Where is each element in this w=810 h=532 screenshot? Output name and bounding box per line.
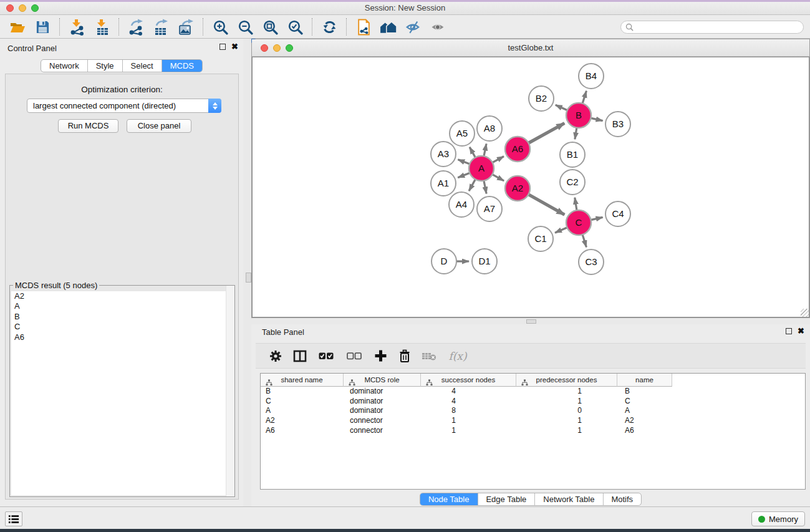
node-B3[interactable]: B3 (605, 112, 630, 137)
float-panel-icon[interactable] (219, 44, 226, 50)
column-header-mcds-role[interactable]: MCDS role (344, 374, 421, 387)
search-input[interactable] (636, 22, 803, 32)
export-network-button[interactable] (123, 17, 148, 37)
import-network-button[interactable] (64, 17, 89, 37)
table-row-a[interactable]: Adominator80A (261, 406, 805, 416)
zoom-in-button[interactable] (208, 17, 233, 37)
table-row-c[interactable]: Cdominator41C (261, 397, 805, 407)
edge-C-C2[interactable] (575, 198, 577, 211)
node-B[interactable]: B (566, 103, 591, 128)
node-A[interactable]: A (469, 156, 494, 181)
column-header-predecessor-nodes[interactable]: predecessor nodes (516, 374, 617, 387)
refresh-layout-button[interactable] (317, 17, 342, 37)
node-A4[interactable]: A4 (449, 192, 474, 217)
edge-B-B3[interactable] (591, 118, 603, 120)
tab-network-table[interactable]: Network Table (535, 493, 603, 505)
tab-mcds[interactable]: MCDS (162, 60, 202, 72)
node-A8[interactable]: A8 (477, 116, 502, 141)
table-row-a6[interactable]: A6connector11A6 (261, 426, 805, 436)
edge-A-A4[interactable] (469, 180, 475, 191)
node-B4[interactable]: B4 (579, 64, 604, 89)
node-B1[interactable]: B1 (560, 142, 585, 167)
node-C4[interactable]: C4 (605, 201, 630, 226)
edge-A-A6[interactable] (493, 157, 504, 163)
network-canvas[interactable]: B4B2BB3A8A5A6B1A3AC2A1A2A4A7C4CC1C3DD1 (252, 57, 809, 317)
result-item-a2[interactable]: A2 (11, 291, 233, 301)
splitter-toggle-bottom[interactable] (526, 319, 536, 324)
run-mcds-button[interactable]: Run MCDS (58, 119, 118, 133)
splitter-toggle-left[interactable] (246, 273, 251, 283)
edge-A-A3[interactable] (458, 160, 470, 164)
edge-B-B4[interactable] (582, 91, 586, 104)
table-row-a2[interactable]: A2connector11A2 (261, 416, 805, 426)
hide-eye-button[interactable] (401, 17, 426, 37)
result-item-b[interactable]: B (11, 312, 233, 322)
node-A1[interactable]: A1 (431, 171, 456, 196)
function-builder-button[interactable]: f(x) (446, 349, 470, 364)
edge-A-A8[interactable] (484, 143, 486, 156)
zoom-out-button[interactable] (233, 17, 258, 37)
tab-network[interactable]: Network (41, 60, 88, 72)
node-D[interactable]: D (432, 249, 456, 274)
node-A3[interactable]: A3 (431, 142, 456, 167)
close-table-panel-icon[interactable]: ✖ (798, 327, 804, 335)
edge-C-C3[interactable] (582, 235, 586, 247)
tab-select[interactable]: Select (123, 60, 162, 72)
network-window-titlebar[interactable]: testGlobe.txt (252, 39, 809, 57)
open-session-button[interactable] (5, 17, 30, 37)
tab-motifs[interactable]: Motifs (603, 493, 641, 505)
tab-node-table[interactable]: Node Table (420, 493, 478, 505)
task-history-button[interactable] (5, 511, 22, 526)
import-table-button[interactable] (89, 17, 114, 37)
close-panel-button[interactable]: Close panel (127, 119, 191, 133)
node-C3[interactable]: C3 (579, 249, 604, 274)
node-C1[interactable]: C1 (528, 226, 553, 251)
edge-C-C1[interactable] (555, 228, 567, 233)
table-settings-button[interactable] (268, 349, 283, 364)
node-A7[interactable]: A7 (477, 196, 502, 221)
edge-A6-B[interactable] (529, 123, 565, 143)
criterion-dropdown[interactable]: largest connected component (directed) (27, 99, 221, 113)
save-session-button[interactable] (30, 17, 55, 37)
table-row-b[interactable]: Bdominator41B (261, 387, 805, 397)
export-image-button[interactable] (173, 17, 198, 37)
clone-network-button[interactable] (351, 17, 376, 37)
column-header-successor-nodes[interactable]: successor nodes (421, 374, 516, 387)
delete-table-button[interactable] (422, 349, 436, 364)
show-eye-button[interactable] (426, 17, 451, 37)
zoom-selected-button[interactable] (282, 17, 307, 37)
edge-C-C4[interactable] (591, 217, 603, 220)
float-table-panel-icon[interactable] (786, 328, 792, 334)
zoom-fit-button[interactable] (258, 17, 282, 37)
delete-row-button[interactable] (397, 349, 412, 364)
edge-A-A2[interactable] (493, 175, 504, 181)
result-scrollbar[interactable] (226, 286, 234, 496)
window-resize-grip[interactable] (801, 309, 809, 317)
export-table-button[interactable] (148, 17, 173, 37)
result-item-a6[interactable]: A6 (11, 332, 233, 342)
show-columns-button[interactable] (292, 349, 307, 364)
column-header-name[interactable]: name (617, 374, 672, 387)
edge-A2-C[interactable] (528, 195, 564, 215)
column-header-shared-name[interactable]: shared name (261, 374, 344, 387)
deselect-all-button[interactable] (345, 349, 364, 364)
node-A5[interactable]: A5 (450, 121, 475, 146)
node-A2[interactable]: A2 (505, 176, 530, 201)
node-D1[interactable]: D1 (472, 249, 497, 274)
result-item-c[interactable]: C (11, 322, 233, 332)
memory-button[interactable]: Memory (751, 511, 805, 526)
tab-style[interactable]: Style (88, 60, 123, 72)
tab-edge-table[interactable]: Edge Table (478, 493, 535, 505)
node-C2[interactable]: C2 (560, 170, 585, 195)
edge-A-A7[interactable] (484, 181, 486, 194)
add-row-button[interactable] (373, 349, 388, 364)
edge-B-B1[interactable] (575, 128, 577, 140)
node-B2[interactable]: B2 (529, 86, 554, 111)
select-all-button[interactable] (317, 349, 335, 364)
close-panel-icon[interactable]: ✖ (231, 43, 238, 51)
node-C[interactable]: C (566, 210, 591, 235)
result-item-a[interactable]: A (11, 301, 233, 311)
show-networks-home-button[interactable] (376, 17, 401, 37)
edge-A-A1[interactable] (458, 173, 470, 178)
node-A6[interactable]: A6 (505, 137, 530, 162)
